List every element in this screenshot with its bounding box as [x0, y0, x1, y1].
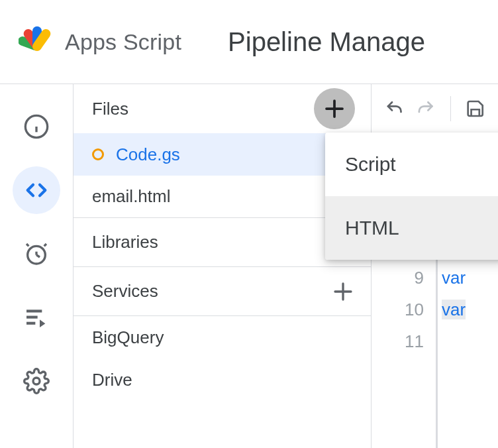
line-number: 9 — [372, 262, 424, 294]
file-name: Code.gs — [116, 144, 180, 165]
add-file-button[interactable] — [314, 88, 355, 129]
app-header: Apps Script Pipeline Manage — [0, 0, 498, 84]
services-list: BigQueryDrive — [74, 316, 371, 401]
dropdown-item[interactable]: HTML — [325, 196, 498, 260]
svg-line-10 — [36, 255, 40, 257]
nav-triggers-icon[interactable] — [13, 230, 60, 278]
files-section-header: Files — [74, 84, 371, 133]
nav-executions-icon[interactable] — [13, 294, 60, 341]
nav-overview-icon[interactable] — [13, 103, 60, 150]
app-logo-wrap[interactable]: Apps Script — [19, 23, 181, 60]
file-name: email.html — [92, 186, 170, 207]
services-label: Services — [92, 281, 158, 302]
line-number: 10 — [372, 294, 424, 325]
app-name: Apps Script — [65, 29, 181, 55]
code-line[interactable]: var — [442, 294, 498, 325]
svg-point-4 — [32, 42, 42, 51]
apps-script-logo-icon — [19, 23, 56, 60]
svg-rect-13 — [26, 322, 35, 325]
service-name: BigQuery — [92, 327, 164, 348]
line-number: 11 — [372, 325, 424, 357]
dropdown-item[interactable]: Script — [325, 133, 498, 196]
add-service-icon[interactable] — [331, 280, 355, 304]
undo-icon[interactable] — [385, 97, 404, 120]
nav-settings-icon[interactable] — [13, 357, 60, 405]
unsaved-indicator-icon — [92, 148, 104, 160]
nav-rail — [0, 84, 74, 448]
save-icon[interactable] — [466, 97, 485, 120]
service-item[interactable]: Drive — [74, 359, 371, 401]
services-section-header: Services — [74, 267, 371, 316]
svg-rect-11 — [26, 309, 42, 312]
service-item[interactable]: BigQuery — [74, 316, 371, 359]
files-label: Files — [92, 99, 128, 119]
editor-toolbar — [372, 84, 498, 133]
svg-point-14 — [33, 378, 40, 384]
nav-editor-icon[interactable] — [13, 166, 60, 214]
libraries-label: Libraries — [92, 232, 158, 252]
service-name: Drive — [92, 370, 132, 390]
redo-icon[interactable] — [416, 97, 435, 120]
code-line[interactable] — [442, 325, 498, 357]
toolbar-divider — [450, 96, 451, 121]
svg-rect-12 — [26, 316, 38, 319]
code-line[interactable]: var — [442, 262, 498, 294]
add-file-dropdown: ScriptHTML — [325, 133, 498, 260]
project-title[interactable]: Pipeline Manage — [228, 27, 425, 57]
